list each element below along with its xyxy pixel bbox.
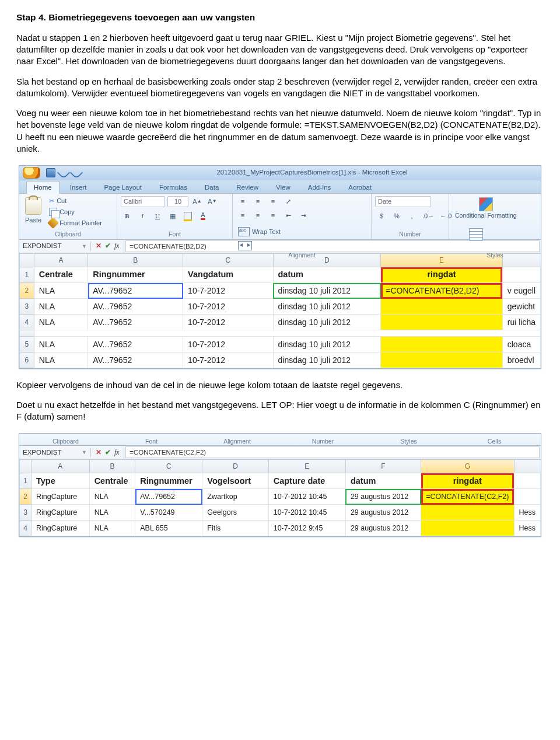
- name-box-2[interactable]: EXPONDIST▼: [19, 448, 91, 458]
- cell[interactable]: dinsdag 10 juli 2012: [273, 315, 381, 330]
- spreadsheet-grid-2[interactable]: A B C D E F G 1 Type Centrale Ringnummer…: [19, 459, 541, 536]
- cell[interactable]: broedvl: [502, 352, 540, 368]
- indent-inc-button[interactable]: ⇥: [297, 210, 310, 221]
- cell[interactable]: NLA: [34, 283, 88, 299]
- fill-color-button[interactable]: [181, 211, 194, 221]
- cell[interactable]: AV...79652: [88, 352, 183, 368]
- spreadsheet-grid[interactable]: A B C D E 1 Centrale Ringnummer Vangdatu…: [19, 253, 541, 368]
- row-6[interactable]: 6: [20, 352, 34, 368]
- align-right-button[interactable]: ≡: [267, 210, 279, 221]
- row-1[interactable]: 1: [20, 267, 34, 283]
- copy-button[interactable]: Copy: [47, 207, 104, 217]
- indent-dec-button[interactable]: ⇤: [282, 210, 295, 221]
- tab-formulas[interactable]: Formulas: [152, 181, 194, 194]
- accept-edit-button[interactable]: ✔: [105, 242, 111, 251]
- tab-view[interactable]: View: [269, 181, 298, 194]
- cell-e2[interactable]: =CONCATENATE(B2,D2): [381, 283, 503, 299]
- cell[interactable]: rui licha: [502, 315, 540, 330]
- row-5[interactable]: 5: [20, 337, 34, 352]
- italic-button[interactable]: I: [136, 211, 149, 221]
- currency-button[interactable]: $: [375, 211, 388, 221]
- undo-icon[interactable]: [57, 166, 71, 180]
- inc-decimal-button[interactable]: .0→: [421, 211, 436, 221]
- percent-button[interactable]: %: [390, 211, 403, 221]
- row-4[interactable]: 4: [20, 315, 34, 330]
- cell[interactable]: 10-7-2012: [183, 283, 273, 299]
- bold-button[interactable]: B: [121, 211, 134, 221]
- cell-d2[interactable]: dinsdag 10 juli 2012: [273, 283, 381, 299]
- conditional-fmt-button[interactable]: Conditional Formatting: [453, 196, 519, 220]
- paste-button[interactable]: Paste: [23, 196, 44, 226]
- cell[interactable]: [381, 337, 503, 352]
- cell[interactable]: AV...79652: [88, 299, 183, 315]
- redo-icon[interactable]: [70, 166, 83, 180]
- tab-addins[interactable]: Add-Ins: [301, 181, 338, 194]
- cell[interactable]: 10-7-2012: [183, 315, 273, 330]
- fx-icon[interactable]: fx: [114, 242, 119, 251]
- col-b[interactable]: B: [88, 254, 183, 267]
- cell[interactable]: gewicht: [502, 299, 540, 315]
- font-color-button[interactable]: A: [197, 211, 209, 221]
- cell[interactable]: 10-7-2012: [183, 352, 273, 368]
- formula-input-2[interactable]: =CONCATENATE(C2,F2): [125, 446, 540, 458]
- wrap-text-button[interactable]: Wrap Text: [236, 226, 307, 237]
- cell[interactable]: [381, 315, 503, 330]
- comma-button[interactable]: ,: [405, 211, 418, 221]
- cell[interactable]: datum: [273, 267, 381, 283]
- cell[interactable]: NLA: [34, 337, 88, 352]
- cell[interactable]: [381, 352, 503, 368]
- cell-b2[interactable]: AV...79652: [88, 283, 183, 299]
- save-icon[interactable]: [46, 168, 55, 177]
- align-left-button[interactable]: ≡: [236, 210, 249, 221]
- fx-icon-2[interactable]: fx: [114, 448, 119, 458]
- name-box[interactable]: EXPONDIST▼: [19, 242, 91, 251]
- cell[interactable]: cloaca: [502, 337, 540, 352]
- cancel-edit-button-2[interactable]: ✕: [96, 448, 102, 458]
- cell[interactable]: Centrale: [34, 267, 88, 283]
- cell-g2[interactable]: =CONCATENATE(C2,F2): [421, 489, 514, 505]
- office-orb-icon[interactable]: [23, 167, 40, 179]
- cell[interactable]: 10-7-2012: [183, 337, 273, 352]
- tab-review[interactable]: Review: [229, 181, 265, 194]
- cell[interactable]: dinsdag 10 juli 2012: [273, 352, 381, 368]
- cell[interactable]: dinsdag 10 juli 2012: [273, 299, 381, 315]
- cell[interactable]: 10-7-2012: [183, 299, 273, 315]
- shrink-font-button[interactable]: A▼: [206, 196, 219, 207]
- accept-edit-button-2[interactable]: ✔: [105, 448, 111, 458]
- grow-font-button[interactable]: A▲: [191, 196, 204, 207]
- tab-home[interactable]: Home: [26, 181, 60, 194]
- font-size-select[interactable]: 10: [167, 196, 188, 207]
- cell[interactable]: AV...79652: [88, 337, 183, 352]
- cell[interactable]: Vangdatum: [183, 267, 273, 283]
- align-middle-button[interactable]: ≡: [251, 196, 264, 207]
- cell[interactable]: NLA: [34, 315, 88, 330]
- tab-acrobat[interactable]: Acrobat: [341, 181, 379, 194]
- select-all-corner[interactable]: [20, 254, 34, 267]
- font-name-select[interactable]: Calibri: [121, 196, 165, 207]
- cancel-edit-button[interactable]: ✕: [96, 242, 102, 251]
- cell[interactable]: AV...79652: [88, 315, 183, 330]
- number-format-select[interactable]: Date: [375, 196, 431, 207]
- col-a[interactable]: A: [34, 254, 88, 267]
- tab-data[interactable]: Data: [198, 181, 226, 194]
- orientation-button[interactable]: ⤢: [282, 196, 295, 207]
- row-2[interactable]: 2: [20, 283, 34, 299]
- border-button[interactable]: ▦: [166, 211, 179, 221]
- row-3[interactable]: 3: [20, 299, 34, 315]
- underline-button[interactable]: U: [151, 211, 164, 221]
- select-all-corner-2[interactable]: [20, 460, 32, 473]
- cell[interactable]: [381, 299, 503, 315]
- format-painter-button[interactable]: Format Painter: [47, 218, 104, 228]
- formula-input[interactable]: =CONCATENATE(B2,D2): [125, 240, 540, 252]
- cell[interactable]: dinsdag 10 juli 2012: [273, 337, 381, 352]
- align-center-button[interactable]: ≡: [251, 210, 264, 221]
- cell-c2[interactable]: AV...79652: [135, 489, 202, 505]
- align-top-button[interactable]: ≡: [236, 196, 249, 207]
- cell[interactable]: Ringnummer: [88, 267, 183, 283]
- align-bottom-button[interactable]: ≡: [267, 196, 279, 207]
- cell[interactable]: v eugell: [502, 283, 540, 299]
- cell-f2[interactable]: 29 augustus 2012: [345, 489, 421, 505]
- cell[interactable]: [502, 267, 540, 283]
- tab-insert[interactable]: Insert: [63, 181, 94, 194]
- cut-button[interactable]: ✂Cut: [47, 196, 104, 206]
